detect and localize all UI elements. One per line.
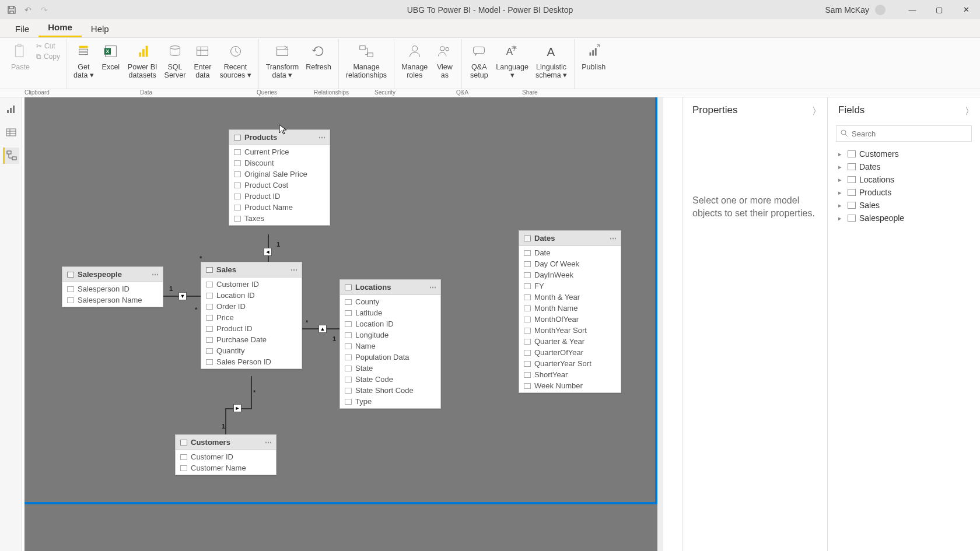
tab-file[interactable]: File	[6, 20, 38, 37]
publish-button[interactable]: Publish	[578, 39, 609, 71]
pbi-datasets-button[interactable]: Power BI datasets	[124, 39, 161, 80]
table-sales[interactable]: Sales⋯ Customer IDLocation IDOrder IDPri…	[201, 262, 302, 369]
field-row[interactable]: FY	[519, 280, 621, 292]
field-row[interactable]: Month Name	[519, 303, 621, 314]
field-row[interactable]: Month & Year	[519, 292, 621, 303]
redo-icon[interactable]: ↷	[38, 4, 50, 16]
table-salespeople[interactable]: Salespeople⋯ Salesperson IDSalesperson N…	[62, 266, 163, 307]
field-row[interactable]: State	[340, 363, 440, 374]
field-label: Salesperson ID	[78, 285, 130, 293]
field-row[interactable]: Current Price	[229, 146, 330, 157]
field-row[interactable]: Original Sale Price	[229, 169, 330, 180]
field-row[interactable]: Day Of Week	[519, 258, 621, 269]
manage-relationships-button[interactable]: Manage relationships	[342, 39, 390, 80]
field-row[interactable]: Product ID	[229, 191, 330, 202]
close-button[interactable]: ✕	[954, 1, 978, 19]
field-row[interactable]: DayInWeek	[519, 269, 621, 280]
fields-item[interactable]: ▸Sales	[836, 199, 974, 212]
field-row[interactable]: Product ID	[201, 323, 302, 334]
field-row[interactable]: Taxes	[229, 213, 330, 224]
fields-item[interactable]: ▸Salespeople	[836, 212, 974, 224]
field-row[interactable]: QuarterOfYear	[519, 347, 621, 358]
more-icon[interactable]: ⋯	[318, 134, 326, 142]
save-icon[interactable]	[6, 4, 18, 16]
language-button[interactable]: A字 Language▾	[492, 39, 532, 80]
transform-data-button[interactable]: Transform data ▾	[262, 39, 303, 80]
field-row[interactable]: Order ID	[201, 301, 302, 312]
field-row[interactable]: Purchase Date	[201, 334, 302, 345]
field-row[interactable]: Quantity	[201, 345, 302, 356]
svg-text:字: 字	[512, 45, 517, 51]
chevron-right-icon[interactable]: 〉	[965, 106, 974, 118]
fields-item[interactable]: ▸Customers	[836, 148, 974, 160]
field-row[interactable]: Week Number	[519, 380, 621, 391]
field-row[interactable]: Name	[340, 341, 440, 352]
fields-item[interactable]: ▸Locations	[836, 173, 974, 186]
field-row[interactable]: Customer ID	[201, 279, 302, 290]
field-row[interactable]: ShortYear	[519, 369, 621, 380]
qa-setup-button[interactable]: Q&A setup	[466, 39, 492, 80]
field-row[interactable]: MonthYear Sort	[519, 325, 621, 336]
get-data-button[interactable]: Get data ▾	[70, 39, 97, 80]
field-row[interactable]: Location ID	[340, 318, 440, 329]
table-products[interactable]: Products⋯ Current PriceDiscountOriginal …	[229, 129, 330, 226]
more-icon[interactable]: ⋯	[152, 271, 159, 279]
table-locations[interactable]: Locations⋯ CountyLatitudeLocation IDLong…	[340, 279, 441, 409]
field-row[interactable]: County	[340, 296, 440, 307]
data-view-icon[interactable]	[3, 124, 19, 141]
avatar[interactable]	[875, 5, 886, 15]
field-row[interactable]: Type	[340, 396, 440, 407]
more-icon[interactable]: ⋯	[610, 234, 617, 243]
enter-data-button[interactable]: Enter data	[189, 39, 216, 80]
field-row[interactable]: Product Name	[229, 202, 330, 213]
user-name[interactable]: Sam McKay	[825, 5, 872, 15]
field-row[interactable]: Latitude	[340, 307, 440, 318]
field-row[interactable]: Date	[519, 247, 621, 258]
field-row[interactable]: State Code	[340, 374, 440, 385]
field-row[interactable]: Quarter & Year	[519, 336, 621, 347]
excel-button[interactable]: X Excel	[97, 39, 124, 71]
restore-button[interactable]: ▢	[928, 1, 951, 19]
scrollbar[interactable]	[657, 97, 663, 551]
field-row[interactable]: Salesperson ID	[62, 283, 163, 294]
field-row[interactable]: Population Data	[340, 352, 440, 363]
sql-server-button[interactable]: SQL Server	[161, 39, 190, 80]
field-row[interactable]: Discount	[229, 157, 330, 169]
report-view-icon[interactable]	[3, 101, 19, 117]
table-dates[interactable]: Dates⋯ DateDay Of WeekDayInWeekFYMonth &…	[519, 230, 621, 393]
fields-item[interactable]: ▸Dates	[836, 160, 974, 173]
model-canvas[interactable]: Products⋯ Current PriceDiscountOriginal …	[24, 97, 657, 551]
minimize-button[interactable]: —	[901, 1, 924, 19]
undo-icon[interactable]: ↶	[22, 4, 34, 16]
table-customers[interactable]: Customers⋯ Customer IDCustomer Name	[175, 434, 276, 475]
recent-sources-button[interactable]: Recent sources ▾	[216, 39, 254, 80]
field-row[interactable]: Price	[201, 312, 302, 323]
field-row[interactable]: Location ID	[201, 290, 302, 301]
field-row[interactable]: Salesperson Name	[62, 294, 163, 306]
chevron-right-icon[interactable]: 〉	[812, 106, 821, 118]
svg-point-11	[170, 46, 180, 50]
field-row[interactable]: Customer ID	[176, 451, 276, 462]
fields-item[interactable]: ▸Products	[836, 186, 974, 199]
field-row[interactable]: QuarterYear Sort	[519, 358, 621, 369]
linguistic-schema-button[interactable]: A Linguistic schema ▾	[532, 39, 570, 80]
field-row[interactable]: Customer Name	[176, 462, 276, 473]
field-row[interactable]: State Short Code	[340, 385, 440, 396]
tab-help[interactable]: Help	[82, 20, 118, 37]
manage-roles-button[interactable]: Manage roles	[398, 39, 431, 80]
view-as-button[interactable]: View as	[431, 39, 458, 80]
refresh-button[interactable]: Refresh	[302, 39, 335, 71]
field-row[interactable]: Sales Person ID	[201, 356, 302, 367]
more-icon[interactable]: ⋯	[265, 438, 272, 447]
field-label: Location ID	[216, 291, 255, 300]
field-row[interactable]: Longitude	[340, 329, 440, 341]
search-input[interactable]	[852, 129, 968, 138]
more-icon[interactable]: ⋯	[290, 266, 298, 274]
field-label: Customer Name	[191, 464, 246, 472]
fields-search[interactable]	[836, 125, 972, 142]
model-view-icon[interactable]	[3, 148, 19, 164]
more-icon[interactable]: ⋯	[429, 283, 437, 292]
field-row[interactable]: MonthOfYear	[519, 314, 621, 325]
tab-home[interactable]: Home	[38, 19, 82, 37]
field-row[interactable]: Product Cost	[229, 180, 330, 191]
